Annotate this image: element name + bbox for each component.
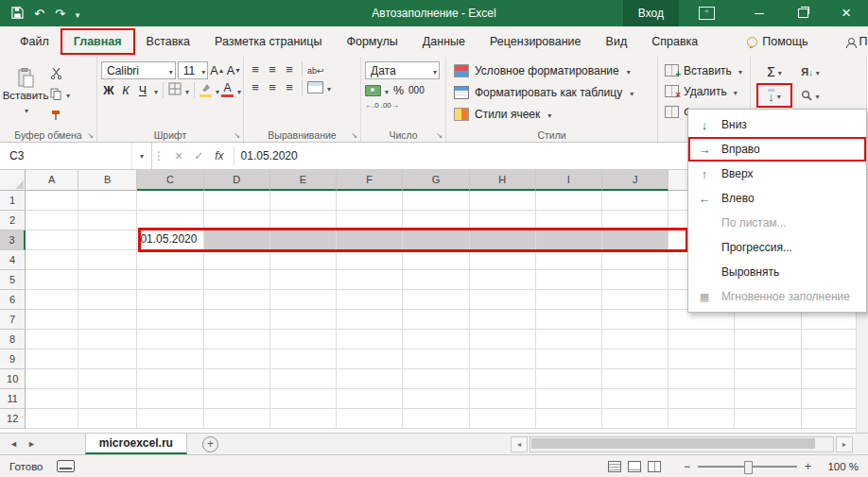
currency-icon[interactable] <box>365 85 381 96</box>
fill-menu-item-2[interactable]: ↑Вверх <box>688 162 866 186</box>
zoom-in-icon[interactable] <box>805 460 811 473</box>
tab-home[interactable]: Главная <box>61 29 134 54</box>
cell-D9[interactable] <box>204 349 270 369</box>
cell-H10[interactable] <box>470 369 536 389</box>
cell-J9[interactable] <box>602 349 668 369</box>
cell-H5[interactable] <box>470 270 536 290</box>
cell-G2[interactable] <box>403 211 469 230</box>
save-icon[interactable] <box>11 7 24 21</box>
cell-K11[interactable] <box>668 389 735 409</box>
font-color-button[interactable]: А <box>221 83 234 97</box>
cell-D1[interactable] <box>204 191 270 211</box>
align-top-icon[interactable]: ≡ <box>248 62 263 77</box>
cell-H2[interactable] <box>470 211 536 230</box>
row-header-11[interactable]: 11 <box>0 389 26 409</box>
cell-E6[interactable] <box>270 290 337 310</box>
cell-K9[interactable] <box>668 349 735 369</box>
cell-L8[interactable] <box>735 330 801 349</box>
cell-H4[interactable] <box>470 250 536 270</box>
align-center-icon[interactable]: ≡ <box>265 80 280 94</box>
cell-K7[interactable] <box>668 310 735 330</box>
cell-F5[interactable] <box>337 270 403 290</box>
cell-G10[interactable] <box>403 369 469 389</box>
cell-J3[interactable] <box>602 230 668 250</box>
cell-L12[interactable] <box>735 409 801 429</box>
cell-E2[interactable] <box>270 211 337 230</box>
align-bottom-icon[interactable]: ≡ <box>282 62 297 77</box>
cell-L9[interactable] <box>735 349 801 369</box>
cell-H8[interactable] <box>470 330 536 349</box>
cell-B2[interactable] <box>78 211 137 230</box>
cell-B1[interactable] <box>78 191 137 211</box>
cell-F9[interactable] <box>337 349 403 369</box>
align-left-icon[interactable]: ≡ <box>248 80 263 94</box>
cell-B4[interactable] <box>78 250 137 270</box>
cell-B5[interactable] <box>78 270 137 290</box>
column-header-E[interactable]: E <box>270 170 337 191</box>
cell-B10[interactable] <box>78 369 137 389</box>
column-header-G[interactable]: G <box>403 170 469 191</box>
cell-I1[interactable] <box>536 191 602 211</box>
cell-D6[interactable] <box>204 290 270 310</box>
fill-menu-item-3[interactable]: ←Влево <box>688 186 866 211</box>
zoom-slider[interactable] <box>698 466 797 468</box>
cell-A11[interactable] <box>26 389 78 409</box>
cell-A5[interactable] <box>26 270 78 290</box>
decrease-decimal-button[interactable]: .00→ <box>381 101 399 110</box>
cell-D10[interactable] <box>204 369 270 389</box>
horizontal-scrollbar[interactable] <box>511 436 853 452</box>
bold-button[interactable]: Ж <box>101 81 116 99</box>
row-header-9[interactable]: 9 <box>0 349 26 369</box>
cell-F1[interactable] <box>337 191 403 211</box>
keyboard-icon[interactable] <box>57 460 75 472</box>
cell-styles-button[interactable]: Стили ячеек <box>450 104 655 125</box>
italic-button[interactable]: К <box>118 81 133 99</box>
cell-A4[interactable] <box>26 250 78 270</box>
row-header-3[interactable]: 3 <box>0 230 26 250</box>
normal-view-icon[interactable] <box>608 461 621 472</box>
cell-I6[interactable] <box>536 290 602 310</box>
undo-icon[interactable] <box>34 8 44 20</box>
tab-view[interactable]: Вид <box>594 29 640 54</box>
fill-menu-item-5[interactable]: Прогрессия... <box>688 235 866 260</box>
cell-B6[interactable] <box>78 290 137 310</box>
cancel-icon[interactable] <box>175 148 182 163</box>
tab-page-layout[interactable]: Разметка страницы <box>202 29 334 54</box>
row-header-10[interactable]: 10 <box>0 369 26 389</box>
fill-button[interactable]: ↓ <box>758 85 790 106</box>
sort-filter-button[interactable]: Я <box>794 61 826 82</box>
sheet-nav-left-icon[interactable] <box>9 439 18 449</box>
align-middle-icon[interactable]: ≡ <box>265 62 280 77</box>
cell-F2[interactable] <box>337 211 403 230</box>
cell-D3[interactable] <box>204 230 270 250</box>
cell-E4[interactable] <box>270 250 337 270</box>
column-header-I[interactable]: I <box>536 170 602 191</box>
cell-C12[interactable] <box>137 409 203 429</box>
row-header-5[interactable]: 5 <box>0 270 26 290</box>
cell-G9[interactable] <box>403 349 469 369</box>
cell-D2[interactable] <box>204 211 270 230</box>
cell-H9[interactable] <box>470 349 536 369</box>
cell-E10[interactable] <box>270 369 337 389</box>
wrap-text-icon[interactable] <box>307 63 324 77</box>
name-box-caret-icon[interactable] <box>131 143 151 169</box>
tab-review[interactable]: Рецензирование <box>477 29 594 54</box>
tab-file[interactable]: Файл <box>8 29 61 54</box>
copy-button[interactable] <box>47 85 70 103</box>
comma-style-button[interactable]: 000 <box>408 85 425 95</box>
redo-icon[interactable] <box>55 8 65 20</box>
increase-decimal-button[interactable]: ←.0 <box>365 101 379 110</box>
cell-I3[interactable] <box>536 230 602 250</box>
merge-caret-icon[interactable] <box>325 81 331 94</box>
cell-B7[interactable] <box>78 310 137 330</box>
cut-button[interactable] <box>47 64 70 82</box>
cell-D12[interactable] <box>204 409 270 429</box>
cell-F10[interactable] <box>337 369 403 389</box>
cell-F6[interactable] <box>337 290 403 310</box>
cell-J5[interactable] <box>602 270 668 290</box>
delete-cells-button[interactable]: Удалить <box>662 81 748 101</box>
underline-caret-icon[interactable] <box>152 84 158 97</box>
fill-menu-item-1[interactable]: →Вправо <box>688 137 866 162</box>
zoom-slider-thumb[interactable] <box>744 461 753 474</box>
cell-F8[interactable] <box>337 330 403 349</box>
